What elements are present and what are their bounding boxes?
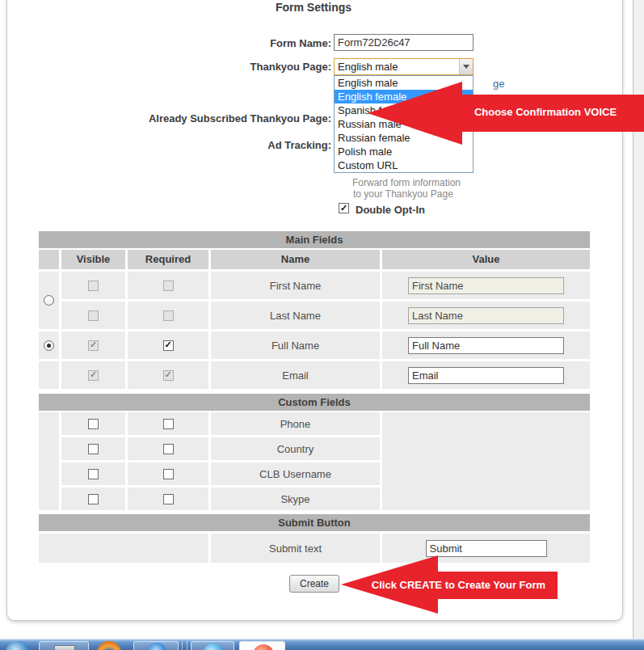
visible-checkbox-phone[interactable] xyxy=(88,419,99,429)
form-name-label: Form Name: xyxy=(121,37,331,49)
required-cell xyxy=(128,488,208,510)
taskbar-separator xyxy=(182,641,183,650)
create-annotation-text: Click CREATE to Create Your Form xyxy=(364,579,554,591)
forward-note-line2: to your Thankyou Page xyxy=(353,188,453,200)
forward-note-line1: Forward form information xyxy=(352,177,461,188)
field-name-label: Email xyxy=(282,369,309,382)
required-cell xyxy=(128,361,208,389)
required-checkbox-country[interactable] xyxy=(163,444,174,454)
required-cell xyxy=(128,462,208,485)
select-dropdown-button[interactable] xyxy=(459,59,473,74)
name-cell: Country xyxy=(211,437,380,460)
required-checkbox-full-name[interactable] xyxy=(163,340,174,351)
visible-cell xyxy=(61,361,125,389)
messenger-icon xyxy=(203,644,224,650)
col-header-name: Name xyxy=(211,250,380,269)
already-subscribed-label: Already Subscribed Thankyou Page: xyxy=(81,112,331,125)
name-cell: Full Name xyxy=(211,331,380,359)
full-name-radio[interactable] xyxy=(44,340,54,351)
voice-annotation-text: Choose Confirmation VOICE xyxy=(465,106,626,118)
required-checkbox-last-name[interactable] xyxy=(163,310,174,321)
submit-text-label: Submit text xyxy=(269,542,322,555)
field-name-label: Skype xyxy=(280,493,309,505)
visible-cell xyxy=(61,462,125,485)
field-name-label: Last Name xyxy=(270,310,321,322)
thankyou-page-label: Thankyou Page: xyxy=(121,61,331,73)
required-cell xyxy=(128,331,208,359)
name-cell: Last Name xyxy=(211,302,380,329)
custom-value-column xyxy=(382,412,590,510)
main-fields-header: Main Fields xyxy=(39,231,590,248)
name-cell: CLB Username xyxy=(211,462,380,485)
value-input-email[interactable] xyxy=(408,367,564,384)
visible-checkbox-clb-username[interactable] xyxy=(88,469,99,479)
name-cell: Phone xyxy=(211,412,380,435)
submit-button-header: Submit Button xyxy=(39,514,590,531)
required-checkbox-phone[interactable] xyxy=(163,419,174,429)
required-checkbox-clb-username[interactable] xyxy=(163,469,174,479)
taskbar-app-button[interactable] xyxy=(133,641,179,650)
value-cell xyxy=(382,331,590,359)
taskbar-app-button[interactable] xyxy=(191,641,234,650)
chevron-down-icon xyxy=(463,65,469,69)
required-cell xyxy=(128,302,208,329)
visible-checkbox-full-name[interactable] xyxy=(88,340,99,351)
form-name-input[interactable] xyxy=(334,34,474,51)
visible-cell xyxy=(61,488,125,510)
taskbar-app-button[interactable] xyxy=(239,641,285,650)
visible-cell xyxy=(61,331,125,359)
thankyou-page-select[interactable]: English male xyxy=(334,58,474,75)
visible-cell xyxy=(61,272,125,299)
field-name-label: Full Name xyxy=(271,340,319,352)
required-checkbox-first-name[interactable] xyxy=(163,281,174,291)
required-checkbox-skype[interactable] xyxy=(163,494,174,504)
col-header-value: Value xyxy=(382,250,590,269)
field-name-label: CLB Username xyxy=(259,468,331,480)
field-name-label: First Name xyxy=(270,280,322,292)
globe-icon[interactable] xyxy=(5,641,31,650)
value-input-last-name[interactable] xyxy=(408,307,564,324)
custom-fields-header: Custom Fields xyxy=(39,394,590,411)
value-cell xyxy=(382,302,590,329)
custom-radio-column xyxy=(39,412,59,510)
submit-row-spacer xyxy=(39,534,208,563)
red-app-icon xyxy=(253,644,274,650)
page: Form Settings Form Name: Thankyou Page: … xyxy=(0,0,644,650)
firefox-icon[interactable] xyxy=(97,641,121,650)
double-optin-label: Double Opt-In xyxy=(356,204,425,216)
option-custom-url[interactable]: Custom URL xyxy=(335,158,473,172)
required-cell xyxy=(128,412,208,435)
taskbar xyxy=(0,639,644,650)
visible-checkbox-email[interactable] xyxy=(88,370,99,381)
visible-checkbox-skype[interactable] xyxy=(88,494,99,504)
selected-option-text: English male xyxy=(338,61,398,73)
taskbar-app-button[interactable] xyxy=(39,641,89,650)
name-cell: Email xyxy=(211,361,380,389)
required-checkbox-email[interactable] xyxy=(163,370,174,381)
field-name-label: Country xyxy=(277,443,314,455)
visible-checkbox-first-name[interactable] xyxy=(88,281,99,291)
visible-cell xyxy=(61,437,125,460)
explorer-window-icon xyxy=(54,645,75,650)
ie-icon xyxy=(147,643,166,650)
visible-checkbox-last-name[interactable] xyxy=(88,310,99,321)
value-input-first-name[interactable] xyxy=(408,277,564,294)
name-cell: Skype xyxy=(211,488,380,510)
radio-cell-email xyxy=(39,361,59,389)
ad-tracking-label: Ad Tracking: xyxy=(121,139,331,151)
double-optin-checkbox[interactable] xyxy=(339,203,349,213)
visible-checkbox-country[interactable] xyxy=(88,444,99,454)
field-name-label: Phone xyxy=(280,418,311,430)
create-button[interactable]: Create xyxy=(289,575,339,593)
value-cell xyxy=(382,361,590,389)
col-header-radio xyxy=(39,250,59,269)
value-input-full-name[interactable] xyxy=(408,337,564,354)
taskbar-separator xyxy=(187,641,187,650)
visible-cell xyxy=(61,302,125,329)
name-cell: First Name xyxy=(211,272,380,299)
first-last-name-radio[interactable] xyxy=(44,295,54,306)
required-cell xyxy=(128,272,208,299)
visible-cell xyxy=(61,412,125,435)
value-cell xyxy=(382,272,590,299)
page-title: Form Settings xyxy=(241,1,386,14)
